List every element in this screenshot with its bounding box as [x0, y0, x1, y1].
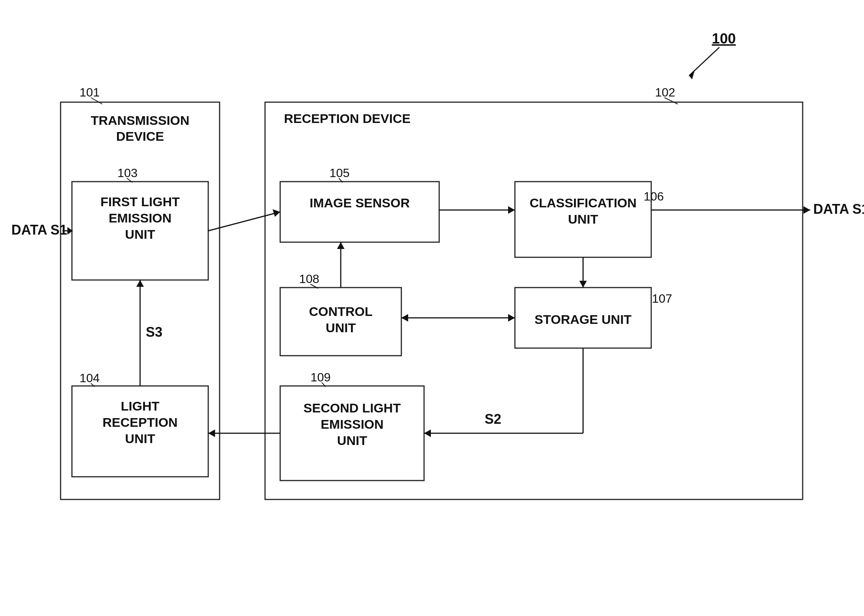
transmission-device-label2: DEVICE [116, 129, 164, 143]
first-light-emission-label2: EMISSION [109, 211, 172, 225]
ref-106: 106 [644, 190, 664, 203]
control-unit-label: CONTROL [309, 304, 373, 319]
light-reception-label3: UNIT [125, 431, 155, 446]
ref-102: 102 [655, 85, 675, 99]
first-light-emission-label3: UNIT [125, 227, 155, 241]
second-light-emission-label2: EMISSION [321, 417, 384, 431]
ref-107: 107 [652, 292, 672, 305]
ref-101: 101 [80, 85, 99, 99]
ref-109: 109 [310, 371, 330, 384]
s2-label: S2 [485, 411, 501, 427]
data-s1-in-label: DATA S1 [11, 222, 67, 237]
ref-104: 104 [80, 371, 99, 385]
classification-unit-label: CLASSIFICATION [530, 196, 637, 210]
data-s1-out-arrow [803, 206, 810, 214]
light-reception-label2: RECEPTION [102, 415, 178, 429]
diagram: 100 TRANSMISSION DEVICE 101 RECEPTION DE… [0, 0, 864, 616]
control-unit-label2: UNIT [326, 321, 356, 335]
first-light-emission-label: FIRST LIGHT [100, 195, 180, 209]
image-sensor-label: IMAGE SENSOR [310, 196, 410, 210]
classification-unit-label2: UNIT [568, 212, 598, 226]
second-light-emission-label: SECOND LIGHT [304, 401, 401, 415]
image-sensor-box [280, 182, 439, 242]
ref-100: 100 [712, 31, 736, 47]
s3-label: S3 [146, 324, 162, 340]
ref-108: 108 [299, 272, 319, 286]
storage-unit-label: STORAGE UNIT [535, 312, 632, 327]
transmission-device-label: TRANSMISSION [91, 113, 190, 127]
ref-103: 103 [117, 166, 137, 180]
second-light-emission-label3: UNIT [337, 433, 367, 448]
data-s1-out-label: DATA S1 [813, 201, 864, 217]
reception-device-label: RECEPTION DEVICE [284, 111, 411, 126]
light-reception-label: LIGHT [121, 399, 159, 413]
ref-105: 105 [329, 166, 349, 180]
